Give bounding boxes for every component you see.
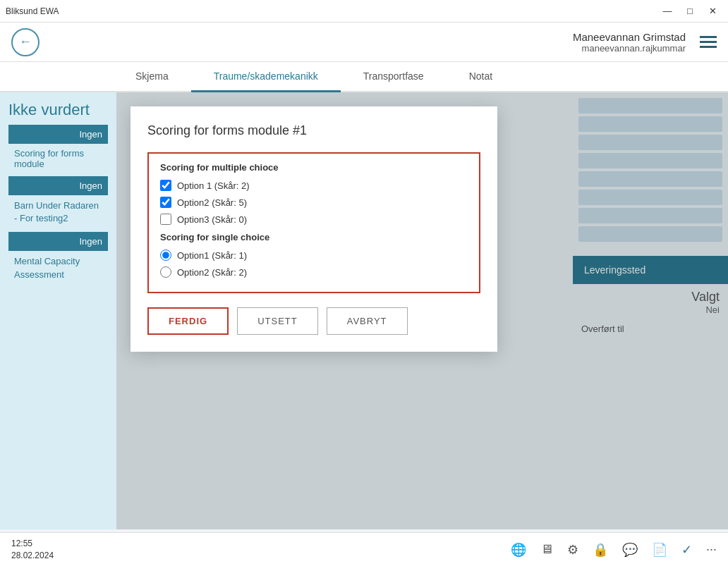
sidebar-section-2: Ingen Barn Under Radaren - For testing2 — [8, 176, 108, 229]
modal-title: Scoring for forms module #1 — [147, 123, 480, 138]
radio-row-1: Option1 (Skår: 1) — [160, 250, 468, 261]
file-icon[interactable]: 📄 — [652, 542, 667, 558]
sidebar-scoring-forms[interactable]: Scoring for forms module — [8, 144, 108, 173]
radio-option2[interactable] — [160, 266, 171, 278]
sidebar-ingen-3: Ingen — [8, 232, 108, 251]
sidebar-section-3: Ingen Mental Capacity Assessment — [8, 232, 108, 285]
tab-skjema[interactable]: Skjema — [113, 62, 191, 92]
app-title: Bliksund EWA — [6, 6, 59, 16]
single-choice-title: Scoring for single choice — [160, 232, 468, 242]
checkbox-option1[interactable] — [160, 180, 171, 191]
globe-icon[interactable]: 🌐 — [511, 542, 526, 558]
window-controls: — □ ✕ — [657, 1, 722, 21]
right-panel: Leveringssted Valgt Nei Overført til Sco… — [116, 92, 728, 529]
sidebar-section-1: Ingen Scoring for forms module — [8, 125, 108, 173]
back-icon: ← — [19, 35, 32, 49]
modal-buttons: FERDIG UTSETT AVBRYT — [147, 307, 480, 335]
scoring-section: Scoring for multiple chioce Option 1 (Sk… — [147, 152, 480, 293]
status-label: Ikke vurdert — [8, 101, 108, 119]
main-content: Ikke vurdert Ingen Scoring for forms mod… — [0, 92, 728, 529]
gear-icon[interactable]: ⚙ — [567, 542, 578, 558]
user-email: maneevannan.rajkummar — [573, 43, 686, 54]
user-info: Maneevannan Grimstad maneevannan.rajkumm… — [573, 31, 686, 54]
tab-notat[interactable]: Notat — [447, 62, 515, 92]
date-display: 28.02.2024 — [11, 550, 54, 562]
option-row-2: Option2 (Skår: 5) — [160, 197, 468, 208]
check-icon[interactable]: ✓ — [681, 542, 692, 558]
avbryt-button[interactable]: AVBRYT — [327, 307, 408, 335]
radio2-label: Option2 (Skår: 2) — [177, 267, 247, 278]
checkbox-option3[interactable] — [160, 214, 171, 225]
modal-overlay: Scoring for forms module #1 Scoring for … — [116, 92, 728, 529]
time-display: 12:55 — [11, 538, 54, 550]
app-header: ← Maneevannan Grimstad maneevannan.rajku… — [0, 23, 728, 62]
option-row-1: Option 1 (Skår: 2) — [160, 180, 468, 191]
chat-icon[interactable]: 💬 — [622, 542, 638, 558]
monitor-icon[interactable]: 🖥 — [540, 542, 553, 557]
option3-label: Option3 (Skår: 0) — [177, 214, 247, 225]
taskbar: 12:55 28.02.2024 🌐 🖥 ⚙ 🔒 💬 📄 ✓ ··· — [0, 532, 728, 566]
minimize-button[interactable]: — — [657, 1, 677, 21]
maximize-button[interactable]: □ — [680, 1, 700, 21]
radio-option1[interactable] — [160, 250, 171, 261]
option-row-3: Option3 (Skår: 0) — [160, 214, 468, 225]
nav-tabs: Skjema Traume/skademekanikk Transportfas… — [0, 62, 728, 92]
tab-transportfase[interactable]: Transportfase — [341, 62, 447, 92]
checkbox-option2[interactable] — [160, 197, 171, 208]
header-right: Maneevannan Grimstad maneevannan.rajkumm… — [573, 31, 717, 54]
title-bar: Bliksund EWA — □ ✕ — [0, 0, 728, 23]
multiple-choice-title: Scoring for multiple chioce — [160, 162, 468, 173]
option1-label: Option 1 (Skår: 2) — [177, 180, 250, 191]
sidebar-list: Ingen Scoring for forms module Ingen Bar… — [8, 125, 108, 287]
tab-traume[interactable]: Traume/skademekanikk — [191, 62, 341, 92]
more-icon[interactable]: ··· — [706, 542, 717, 557]
sidebar-ingen-2: Ingen — [8, 176, 108, 195]
radio-row-2: Option2 (Skår: 2) — [160, 266, 468, 278]
utsett-button[interactable]: UTSETT — [237, 307, 318, 335]
radio1-label: Option1 (Skår: 1) — [177, 250, 247, 261]
taskbar-icons: 🌐 🖥 ⚙ 🔒 💬 📄 ✓ ··· — [511, 542, 717, 558]
lock-icon[interactable]: 🔒 — [593, 542, 608, 558]
back-button[interactable]: ← — [11, 28, 40, 56]
user-name: Maneevannan Grimstad — [573, 31, 686, 43]
close-button[interactable]: ✕ — [703, 1, 722, 21]
sidebar-ingen-1: Ingen — [8, 125, 108, 144]
taskbar-time: 12:55 28.02.2024 — [11, 538, 54, 562]
left-panel: Ikke vurdert Ingen Scoring for forms mod… — [0, 92, 116, 529]
option2-label: Option2 (Skår: 5) — [177, 197, 247, 208]
hamburger-menu-icon[interactable] — [700, 36, 717, 48]
ferdig-button[interactable]: FERDIG — [147, 307, 229, 335]
sidebar-barn-under[interactable]: Barn Under Radaren - For testing2 — [8, 195, 108, 229]
sidebar-mental-capacity[interactable]: Mental Capacity Assessment — [8, 251, 108, 285]
modal: Scoring for forms module #1 Scoring for … — [131, 106, 497, 352]
